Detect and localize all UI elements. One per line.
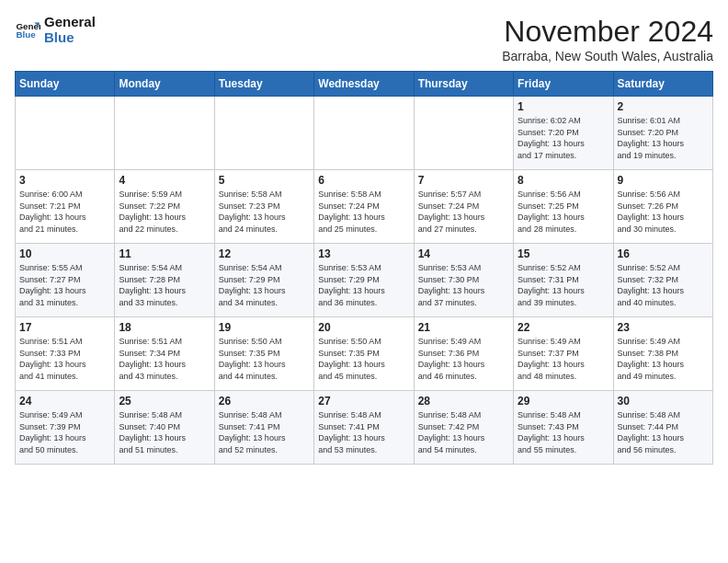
column-header-friday: Friday (514, 72, 613, 97)
day-cell: 9Sunrise: 5:56 AM Sunset: 7:26 PM Daylig… (613, 170, 712, 244)
day-cell: 10Sunrise: 5:55 AM Sunset: 7:27 PM Dayli… (16, 244, 115, 317)
day-cell: 3Sunrise: 6:00 AM Sunset: 7:21 PM Daylig… (16, 170, 115, 244)
day-info: Sunrise: 5:57 AM Sunset: 7:24 PM Dayligh… (418, 189, 509, 235)
day-info: Sunrise: 5:50 AM Sunset: 7:35 PM Dayligh… (219, 336, 310, 382)
day-info: Sunrise: 5:51 AM Sunset: 7:33 PM Dayligh… (19, 336, 110, 382)
calendar-table: SundayMondayTuesdayWednesdayThursdayFrid… (15, 71, 713, 465)
day-cell: 16Sunrise: 5:52 AM Sunset: 7:32 PM Dayli… (613, 244, 712, 317)
day-number: 11 (119, 247, 210, 260)
day-number: 21 (418, 321, 509, 334)
day-cell: 28Sunrise: 5:48 AM Sunset: 7:42 PM Dayli… (414, 391, 513, 465)
day-cell: 24Sunrise: 5:49 AM Sunset: 7:39 PM Dayli… (16, 391, 115, 465)
day-cell: 12Sunrise: 5:54 AM Sunset: 7:29 PM Dayli… (214, 244, 313, 317)
day-number: 28 (418, 395, 509, 408)
day-number: 7 (418, 174, 509, 187)
day-number: 10 (19, 247, 110, 260)
week-row-2: 3Sunrise: 6:00 AM Sunset: 7:21 PM Daylig… (16, 170, 713, 244)
day-number: 22 (518, 321, 609, 334)
day-number: 6 (318, 174, 409, 187)
day-cell: 17Sunrise: 5:51 AM Sunset: 7:33 PM Dayli… (16, 317, 115, 391)
day-number: 24 (19, 395, 110, 408)
day-number: 15 (518, 247, 609, 260)
day-info: Sunrise: 5:51 AM Sunset: 7:34 PM Dayligh… (119, 336, 210, 382)
day-number: 17 (19, 321, 110, 334)
column-header-tuesday: Tuesday (214, 72, 313, 97)
day-info: Sunrise: 5:50 AM Sunset: 7:35 PM Dayligh… (318, 336, 409, 382)
column-header-wednesday: Wednesday (314, 72, 414, 97)
day-cell: 11Sunrise: 5:54 AM Sunset: 7:28 PM Dayli… (115, 244, 214, 317)
svg-text:Blue: Blue (16, 29, 36, 40)
day-number: 19 (219, 321, 310, 334)
day-info: Sunrise: 6:01 AM Sunset: 7:20 PM Dayligh… (618, 115, 709, 161)
day-number: 1 (518, 100, 609, 113)
logo-icon: General Blue (15, 17, 40, 43)
day-cell: 30Sunrise: 5:48 AM Sunset: 7:44 PM Dayli… (613, 391, 712, 465)
day-cell: 26Sunrise: 5:48 AM Sunset: 7:41 PM Dayli… (214, 391, 313, 465)
day-info: Sunrise: 6:00 AM Sunset: 7:21 PM Dayligh… (19, 189, 110, 235)
day-info: Sunrise: 5:48 AM Sunset: 7:43 PM Dayligh… (518, 409, 609, 455)
day-cell (414, 97, 513, 170)
day-cell: 15Sunrise: 5:52 AM Sunset: 7:31 PM Dayli… (514, 244, 613, 317)
month-year-title: November 2024 (502, 15, 713, 49)
week-row-5: 24Sunrise: 5:49 AM Sunset: 7:39 PM Dayli… (16, 391, 713, 465)
day-info: Sunrise: 5:48 AM Sunset: 7:44 PM Dayligh… (618, 409, 709, 455)
day-info: Sunrise: 5:58 AM Sunset: 7:23 PM Dayligh… (219, 189, 310, 235)
day-cell: 5Sunrise: 5:58 AM Sunset: 7:23 PM Daylig… (214, 170, 313, 244)
week-row-4: 17Sunrise: 5:51 AM Sunset: 7:33 PM Dayli… (16, 317, 713, 391)
day-cell (16, 97, 115, 170)
day-cell: 4Sunrise: 5:59 AM Sunset: 7:22 PM Daylig… (115, 170, 214, 244)
day-info: Sunrise: 5:54 AM Sunset: 7:29 PM Dayligh… (219, 262, 310, 308)
week-row-1: 1Sunrise: 6:02 AM Sunset: 7:20 PM Daylig… (16, 97, 713, 170)
day-info: Sunrise: 5:48 AM Sunset: 7:41 PM Dayligh… (318, 409, 409, 455)
day-cell: 23Sunrise: 5:49 AM Sunset: 7:38 PM Dayli… (613, 317, 712, 391)
day-cell: 20Sunrise: 5:50 AM Sunset: 7:35 PM Dayli… (314, 317, 414, 391)
day-info: Sunrise: 5:59 AM Sunset: 7:22 PM Dayligh… (119, 189, 210, 235)
day-number: 25 (119, 395, 210, 408)
page-header: General Blue General Blue November 2024 … (15, 15, 713, 63)
day-cell: 14Sunrise: 5:53 AM Sunset: 7:30 PM Dayli… (414, 244, 513, 317)
day-number: 16 (618, 247, 709, 260)
day-info: Sunrise: 5:52 AM Sunset: 7:32 PM Dayligh… (618, 262, 709, 308)
day-number: 2 (618, 100, 709, 113)
day-cell: 13Sunrise: 5:53 AM Sunset: 7:29 PM Dayli… (314, 244, 414, 317)
day-info: Sunrise: 5:53 AM Sunset: 7:30 PM Dayligh… (418, 262, 509, 308)
day-number: 29 (518, 395, 609, 408)
day-info: Sunrise: 5:48 AM Sunset: 7:41 PM Dayligh… (219, 409, 310, 455)
day-number: 12 (219, 247, 310, 260)
column-header-sunday: Sunday (16, 72, 115, 97)
day-cell: 8Sunrise: 5:56 AM Sunset: 7:25 PM Daylig… (514, 170, 613, 244)
day-info: Sunrise: 5:49 AM Sunset: 7:37 PM Dayligh… (518, 336, 609, 382)
day-info: Sunrise: 5:58 AM Sunset: 7:24 PM Dayligh… (318, 189, 409, 235)
day-info: Sunrise: 5:49 AM Sunset: 7:38 PM Dayligh… (618, 336, 709, 382)
day-number: 23 (618, 321, 709, 334)
day-cell: 22Sunrise: 5:49 AM Sunset: 7:37 PM Dayli… (514, 317, 613, 391)
day-number: 13 (318, 247, 409, 260)
day-info: Sunrise: 5:52 AM Sunset: 7:31 PM Dayligh… (518, 262, 609, 308)
day-number: 27 (318, 395, 409, 408)
week-row-3: 10Sunrise: 5:55 AM Sunset: 7:27 PM Dayli… (16, 244, 713, 317)
day-cell (314, 97, 414, 170)
day-info: Sunrise: 6:02 AM Sunset: 7:20 PM Dayligh… (518, 115, 609, 161)
header-row: SundayMondayTuesdayWednesdayThursdayFrid… (16, 72, 713, 97)
day-info: Sunrise: 5:49 AM Sunset: 7:36 PM Dayligh… (418, 336, 509, 382)
day-cell (214, 97, 313, 170)
day-cell: 19Sunrise: 5:50 AM Sunset: 7:35 PM Dayli… (214, 317, 313, 391)
column-header-saturday: Saturday (613, 72, 712, 97)
day-cell: 6Sunrise: 5:58 AM Sunset: 7:24 PM Daylig… (314, 170, 414, 244)
logo-text-blue: Blue (44, 30, 96, 46)
day-cell: 21Sunrise: 5:49 AM Sunset: 7:36 PM Dayli… (414, 317, 513, 391)
location-subtitle: Barraba, New South Wales, Australia (502, 49, 713, 63)
title-block: November 2024 Barraba, New South Wales, … (502, 15, 713, 63)
day-cell: 1Sunrise: 6:02 AM Sunset: 7:20 PM Daylig… (514, 97, 613, 170)
column-header-monday: Monday (115, 72, 214, 97)
day-number: 20 (318, 321, 409, 334)
day-number: 3 (19, 174, 110, 187)
day-number: 14 (418, 247, 509, 260)
day-cell: 27Sunrise: 5:48 AM Sunset: 7:41 PM Dayli… (314, 391, 414, 465)
day-info: Sunrise: 5:56 AM Sunset: 7:26 PM Dayligh… (618, 189, 709, 235)
day-info: Sunrise: 5:56 AM Sunset: 7:25 PM Dayligh… (518, 189, 609, 235)
day-cell: 7Sunrise: 5:57 AM Sunset: 7:24 PM Daylig… (414, 170, 513, 244)
day-cell: 2Sunrise: 6:01 AM Sunset: 7:20 PM Daylig… (613, 97, 712, 170)
day-cell: 25Sunrise: 5:48 AM Sunset: 7:40 PM Dayli… (115, 391, 214, 465)
day-info: Sunrise: 5:55 AM Sunset: 7:27 PM Dayligh… (19, 262, 110, 308)
